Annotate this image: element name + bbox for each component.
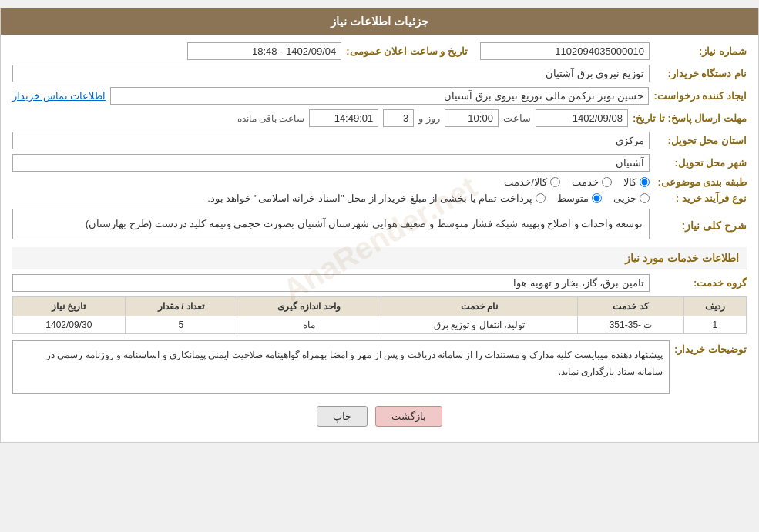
province-value: مرکزی: [12, 132, 650, 149]
category-khadamat-radio[interactable]: [602, 177, 612, 187]
cell-name: تولید، انتقال و توزیع برق: [381, 316, 578, 334]
deadline-label: مهلت ارسال پاسخ: تا تاریخ:: [633, 112, 747, 124]
service-group-value: تامین برق، گاز، بخار و تهویه هوا: [12, 274, 650, 292]
service-group-row: گروه خدمت: تامین برق، گاز، بخار و تهویه …: [12, 274, 747, 292]
creator-row: ایجاد کننده درخواست: حسین نوبر ترکمن مال…: [12, 87, 747, 105]
public-announcement-value: 1402/09/04 - 18:48: [187, 42, 341, 60]
buyer-info-link[interactable]: اطلاعات تماس خریدار: [12, 90, 106, 102]
back-button[interactable]: بازگشت: [375, 406, 442, 427]
request-number-label: شماره نیاز:: [654, 45, 747, 57]
col-date: تاریخ نیاز: [13, 297, 126, 316]
col-row: ردیف: [683, 297, 746, 316]
cell-row: 1: [683, 316, 746, 334]
cell-unit: ماه: [237, 316, 381, 334]
main-content: AnaRender.net شماره نیاز: 11020940350000…: [1, 35, 758, 442]
request-number-row: شماره نیاز: 1102094035000010 تاریخ و ساع…: [12, 42, 747, 60]
city-label: شهر محل تحویل:: [654, 157, 747, 169]
process-other[interactable]: پرداخت تمام یا بخشی از مبلغ خریدار از مح…: [207, 192, 546, 204]
description-row: شرح کلی نیاز: توسعه واحدات و اصلاح وبهین…: [12, 209, 747, 239]
page-container: جزئیات اطلاعات نیاز AnaRender.net شماره …: [0, 8, 759, 443]
creator-label: ایجاد کننده درخواست:: [653, 90, 747, 102]
process-motavaset-label: متوسط: [557, 192, 589, 204]
category-kala-khadamat[interactable]: کالا/خدمت: [504, 176, 560, 188]
description-value: توسعه واحدات و اصلاح وبهینه شبکه فشار مت…: [12, 209, 650, 239]
deadline-remain-time: 14:49:01: [309, 109, 378, 127]
category-kala[interactable]: کالا: [623, 176, 650, 188]
deadline-day-label: روز و: [418, 112, 440, 124]
col-unit: واحد اندازه گیری: [237, 297, 381, 316]
process-jozi-radio[interactable]: [640, 193, 650, 203]
page-header: جزئیات اطلاعات نیاز: [1, 8, 758, 35]
category-radio-group: کالا خدمت کالا/خدمت: [504, 176, 650, 188]
deadline-date: 1402/09/08: [536, 109, 628, 127]
col-name: نام خدمت: [381, 297, 578, 316]
category-khadamat[interactable]: خدمت: [572, 176, 612, 188]
description-title: شرح کلی نیاز:: [654, 216, 747, 232]
creator-value: حسین نوبر ترکمن مالی توزیع نیروی برق آشت…: [110, 87, 649, 105]
cell-qty: 5: [125, 316, 237, 334]
category-kala-khadamat-radio[interactable]: [550, 177, 560, 187]
col-qty: تعداد / مقدار: [125, 297, 237, 316]
buyer-notes-value: پیشنهاد دهنده میبایست کلیه مدارک و مستند…: [12, 340, 670, 394]
process-row: نوع فرآیند خرید : جزیی متوسط پرداخت تمام…: [12, 192, 747, 204]
deadline-days: 3: [383, 109, 414, 127]
process-motavaset[interactable]: متوسط: [557, 192, 602, 204]
deadline-row: مهلت ارسال پاسخ: تا تاریخ: 1402/09/08 سا…: [12, 109, 747, 127]
province-label: استان محل تحویل:: [654, 135, 747, 146]
services-title: اطلاعات خدمات مورد نیاز: [12, 247, 747, 269]
deadline-time: 10:00: [445, 109, 499, 127]
request-number-value: 1102094035000010: [480, 42, 650, 60]
process-other-radio[interactable]: [536, 193, 546, 203]
category-row: طبقه بندی موضوعی: کالا خدمت کالا/خدمت: [12, 176, 747, 188]
deadline-remain-label: ساعت باقی مانده: [237, 113, 305, 124]
service-group-label: گروه خدمت:: [654, 277, 747, 289]
cell-code: ت -35-351: [578, 316, 683, 334]
process-jozi-label: جزیی: [613, 192, 636, 204]
buyer-org-row: نام دستگاه خریدار: توزیع نیروی برق آشتیا…: [12, 65, 747, 82]
page-title: جزئیات اطلاعات نیاز: [331, 15, 428, 28]
services-table: ردیف کد خدمت نام خدمت واحد اندازه گیری ت…: [12, 296, 747, 334]
category-khadamat-label: خدمت: [572, 176, 599, 188]
cell-date: 1402/09/30: [13, 316, 126, 334]
process-label: نوع فرآیند خرید :: [654, 192, 747, 204]
category-kala-label: کالا: [623, 176, 636, 188]
deadline-time-label: ساعت: [503, 112, 531, 124]
province-row: استان محل تحویل: مرکزی: [12, 132, 747, 149]
buyer-org-value: توزیع نیروی برق آشتیان: [12, 65, 650, 82]
print-button[interactable]: چاپ: [317, 406, 368, 427]
buyer-org-label: نام دستگاه خریدار:: [654, 68, 747, 79]
process-radio-group: جزیی متوسط پرداخت تمام یا بخشی از مبلغ خ…: [207, 192, 650, 204]
city-value: آشتیان: [12, 154, 650, 172]
category-kala-khadamat-label: کالا/خدمت: [504, 176, 547, 188]
process-other-label: پرداخت تمام یا بخشی از مبلغ خریدار از مح…: [207, 192, 532, 204]
process-jozi[interactable]: جزیی: [613, 192, 650, 204]
category-kala-radio[interactable]: [640, 177, 650, 187]
process-motavaset-radio[interactable]: [592, 193, 602, 203]
category-label: طبقه بندی موضوعی:: [654, 176, 747, 188]
public-announcement-label: تاریخ و ساعت اعلان عمومی:: [346, 45, 468, 57]
buyer-notes-row: توضیحات خریدار: پیشنهاد دهنده میبایست کل…: [12, 340, 747, 394]
col-code: کد خدمت: [578, 297, 683, 316]
button-row: بازگشت چاپ: [12, 406, 747, 427]
table-row: 1 ت -35-351 تولید، انتقال و توزیع برق ما…: [13, 316, 747, 334]
city-row: شهر محل تحویل: آشتیان: [12, 154, 747, 172]
buyer-notes-label: توضیحات خریدار:: [674, 340, 747, 355]
